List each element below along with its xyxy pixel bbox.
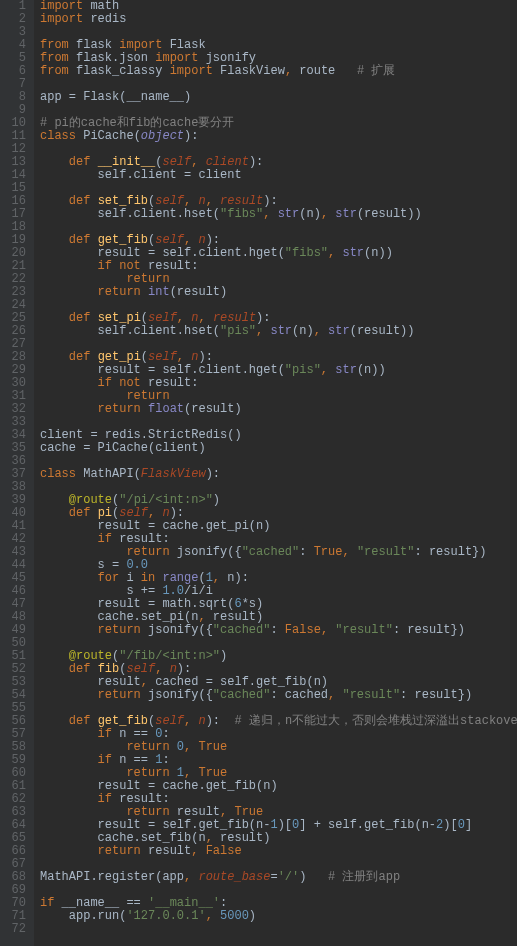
- code-line[interactable]: return result, False: [40, 845, 511, 858]
- code-line[interactable]: cache = PiCache(client): [40, 442, 511, 455]
- code-line[interactable]: app = Flask(__name__): [40, 91, 511, 104]
- code-line[interactable]: return int(result): [40, 286, 511, 299]
- code-line[interactable]: return jsonify({"cached": False, "result…: [40, 624, 511, 637]
- code-line[interactable]: from flask_classy import FlaskView, rout…: [40, 65, 511, 78]
- code-line[interactable]: MathAPI.register(app, route_base='/') # …: [40, 871, 511, 884]
- code-line[interactable]: return jsonify({"cached": cached, "resul…: [40, 689, 511, 702]
- code-line[interactable]: self.client.hset("fibs", str(n), str(res…: [40, 208, 511, 221]
- code-line[interactable]: self.client.hset("pis", str(n), str(resu…: [40, 325, 511, 338]
- line-number-gutter: 1234567891011121314151617181920212223242…: [0, 0, 34, 946]
- line-number: 72: [10, 923, 26, 936]
- code-line[interactable]: self.client = client: [40, 169, 511, 182]
- code-line[interactable]: import redis: [40, 13, 511, 26]
- code-line[interactable]: [40, 923, 511, 936]
- code-line[interactable]: return float(result): [40, 403, 511, 416]
- code-content[interactable]: import mathimport redis from flask impor…: [34, 0, 517, 946]
- code-line[interactable]: class PiCache(object):: [40, 130, 511, 143]
- code-line[interactable]: app.run('127.0.0.1', 5000): [40, 910, 511, 923]
- code-line[interactable]: class MathAPI(FlaskView):: [40, 468, 511, 481]
- code-editor[interactable]: 1234567891011121314151617181920212223242…: [0, 0, 517, 946]
